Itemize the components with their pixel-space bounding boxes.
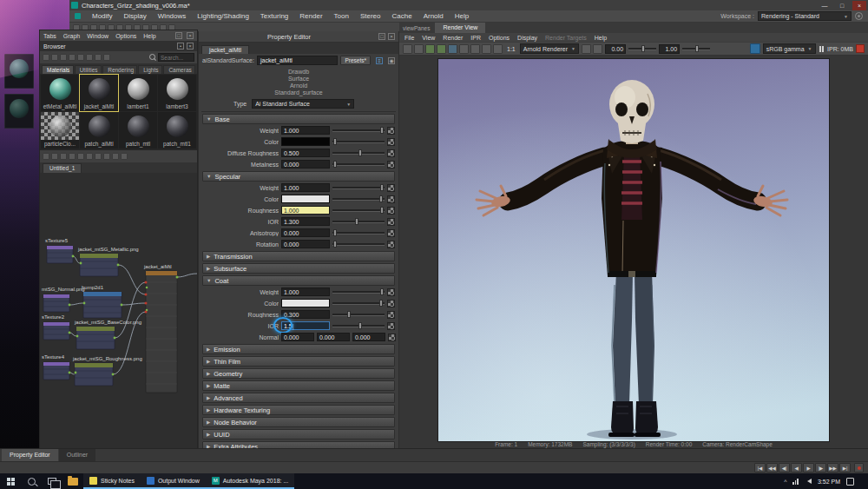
menu-arnold[interactable]: Arnold: [424, 12, 444, 20]
menu-materials[interactable]: Materials: [42, 65, 74, 74]
show-hide-icon[interactable]: ≡: [376, 57, 383, 64]
toolbar-icon[interactable]: [69, 54, 76, 61]
slider-handle[interactable]: [347, 311, 351, 318]
texture-map-button[interactable]: [387, 241, 395, 248]
taskbar-app-sticky-notes[interactable]: Sticky Notes: [83, 473, 141, 489]
node-name-field[interactable]: jacket_aiMtl: [257, 56, 338, 65]
toolbar-icon[interactable]: [43, 153, 49, 160]
attr-slider[interactable]: [332, 228, 385, 237]
keep-image-icon[interactable]: [470, 44, 480, 54]
panel-tab-outliner[interactable]: Outliner: [59, 449, 96, 461]
section-header-emission[interactable]: ▶Emission: [202, 344, 395, 354]
slider-handle[interactable]: [380, 288, 384, 295]
browser-panel-header[interactable]: Browser • ×: [40, 41, 197, 51]
color-management-icon[interactable]: [750, 43, 760, 54]
exposure-field[interactable]: 0.00: [605, 44, 626, 54]
menu-file[interactable]: File: [404, 35, 414, 41]
attr-value-field[interactable]: 0.000: [281, 240, 330, 248]
go-to-start-button[interactable]: |◀: [754, 463, 766, 472]
node-graph-canvas[interactable]: sTexture5 jacket_mtSG_Metallic.png mtSG_…: [40, 173, 197, 449]
section-header-uuid[interactable]: ▶UUID: [202, 429, 395, 439]
menu-rendering[interactable]: Rendering: [102, 65, 137, 74]
start-button[interactable]: [0, 473, 21, 489]
texture-map-button[interactable]: [388, 334, 396, 341]
step-forward-key-button[interactable]: |▶: [815, 463, 826, 472]
attr-value-field[interactable]: 0.000: [281, 333, 314, 341]
attr-value-field[interactable]: 1.000: [281, 206, 330, 215]
presets-button[interactable]: Presets*: [340, 56, 371, 65]
menu-utilities[interactable]: Utilities: [75, 65, 102, 74]
step-back-key-button[interactable]: ◀|: [779, 463, 790, 472]
attr-value-field[interactable]: 0.000: [352, 333, 385, 341]
slider-handle[interactable]: [358, 149, 362, 156]
menu-window[interactable]: Window: [87, 33, 108, 39]
taskbar-app-autodesk-maya-2018[interactable]: Autodesk Maya 2018: ...: [206, 473, 295, 489]
attr-slider[interactable]: [332, 310, 385, 319]
maximize-button[interactable]: □: [835, 1, 849, 10]
network-icon[interactable]: [792, 479, 799, 485]
toolbar-icon[interactable]: [86, 54, 93, 61]
attr-slider[interactable]: [332, 217, 385, 226]
close-button[interactable]: ×: [852, 1, 866, 10]
gamma-slider[interactable]: [682, 44, 710, 53]
menu-render-targets[interactable]: Render Targets: [545, 35, 587, 41]
toolbar-icon[interactable]: [43, 54, 49, 61]
attr-slider[interactable]: [332, 126, 385, 135]
region-render-icon[interactable]: [448, 44, 457, 54]
step-back-frame-button[interactable]: ◀◀: [766, 463, 778, 472]
menu-cameras[interactable]: Cameras: [163, 65, 195, 74]
toolbar-icon[interactable]: [95, 54, 102, 61]
toolbar-icon[interactable]: [60, 153, 67, 160]
search-input[interactable]: [158, 53, 194, 62]
menu-help[interactable]: Help: [455, 12, 469, 20]
colorspace-dropdown[interactable]: sRGB gamma ▼: [763, 43, 816, 54]
slider-handle[interactable]: [380, 127, 384, 134]
slider-handle[interactable]: [695, 45, 699, 52]
toolbar-icon[interactable]: [51, 54, 58, 61]
step-forward-frame-button[interactable]: ▶▶: [827, 463, 838, 472]
clock[interactable]: 3:52 PM: [818, 479, 840, 485]
menu-render[interactable]: Render: [299, 12, 322, 20]
attr-value-field[interactable]: 0.000: [281, 228, 330, 237]
set-key-icon[interactable]: [854, 463, 864, 472]
toolbar-icon[interactable]: [103, 54, 110, 61]
render-settings-icon[interactable]: [493, 44, 503, 54]
attr-slider[interactable]: [332, 149, 385, 157]
panel-tab-property-editor[interactable]: Property Editor: [2, 449, 58, 461]
minimize-button[interactable]: —: [818, 1, 832, 10]
attr-value-field[interactable]: 1.000: [281, 287, 330, 296]
menu-cache[interactable]: Cache: [392, 12, 412, 20]
section-header-subsurface[interactable]: ▶Subsurface: [202, 263, 395, 274]
ipr-render-icon[interactable]: [437, 44, 446, 54]
texture-map-button[interactable]: [387, 127, 395, 135]
menu-help[interactable]: Help: [595, 35, 607, 41]
hidden-icons-chevron-icon[interactable]: ^: [784, 479, 786, 485]
attr-value-field[interactable]: 1.000: [281, 183, 330, 192]
color-swatch[interactable]: [281, 195, 330, 203]
slider-handle[interactable]: [380, 184, 384, 191]
title-bar[interactable]: Characters_Grizz_shading_v006.ma* — □ ×: [69, 0, 868, 10]
toolbar-icon[interactable]: [77, 153, 84, 160]
pause-ipr-icon[interactable]: [819, 46, 825, 52]
menu-tabs[interactable]: Tabs: [43, 33, 56, 39]
focus-icon[interactable]: ◉: [388, 57, 395, 64]
toolbar-icon[interactable]: [60, 54, 67, 61]
section-header-transmission[interactable]: ▶Transmission: [202, 251, 395, 261]
rgb-channels-icon[interactable]: [582, 44, 591, 54]
material-swatch-patch-mtl1[interactable]: patch_mtl1: [158, 112, 196, 149]
menu-view[interactable]: View: [422, 35, 435, 41]
toolbar-icon[interactable]: [103, 153, 110, 160]
slider-handle[interactable]: [358, 322, 362, 329]
popout-icon[interactable]: □: [378, 33, 385, 40]
slider-handle[interactable]: [333, 229, 337, 236]
menu-render[interactable]: Render: [443, 35, 463, 41]
save-image-icon[interactable]: [414, 44, 424, 54]
section-header-hardware-texturing[interactable]: ▶Hardware Texturing: [202, 405, 395, 415]
attr-slider[interactable]: [332, 183, 385, 192]
notification-center-icon[interactable]: [846, 478, 854, 486]
search-button[interactable]: [21, 473, 42, 489]
menu-ipr[interactable]: IPR: [470, 35, 481, 41]
task-view-button[interactable]: [42, 473, 62, 489]
section-header-extra-attributes[interactable]: ▶Extra Attributes: [202, 441, 395, 448]
snapshot-icon[interactable]: [459, 44, 469, 54]
